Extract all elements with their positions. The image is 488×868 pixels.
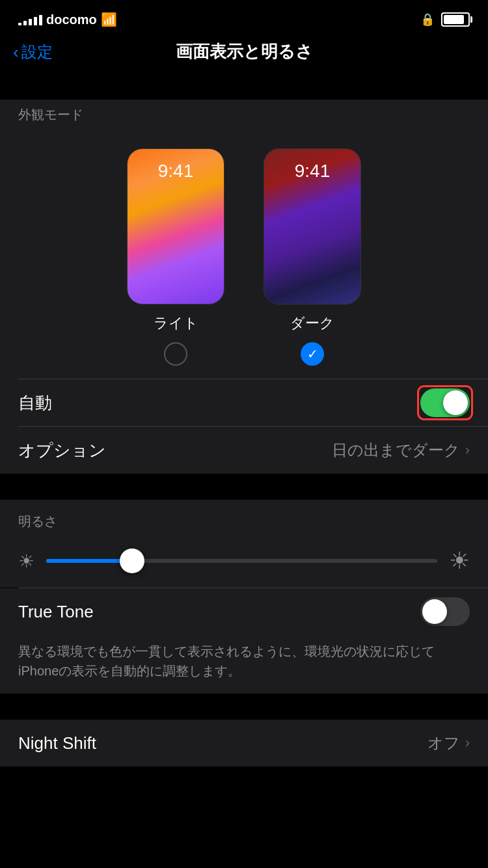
- signal-icon: [18, 14, 42, 25]
- options-chevron-icon: ›: [465, 442, 470, 459]
- back-button[interactable]: ‹ 設定: [13, 42, 53, 62]
- status-left: docomo 📶: [18, 12, 117, 27]
- appearance-section: 外観モード 9:41 ライト ✓ 9:41 ダーク ✓ 自動: [0, 100, 488, 474]
- true-tone-label: True Tone: [18, 602, 94, 622]
- brightness-min-icon: ☀: [18, 550, 34, 572]
- dark-mode-radio[interactable]: ✓: [301, 342, 324, 366]
- auto-row: 自動: [0, 379, 488, 426]
- night-shift-section: Night Shift オフ ›: [0, 720, 488, 766]
- auto-toggle-wrapper: [420, 388, 470, 417]
- true-tone-row: True Tone: [0, 588, 488, 635]
- options-value: 日の出までダーク: [332, 440, 460, 461]
- light-mode-time: 9:41: [128, 161, 224, 182]
- brightness-slider-thumb[interactable]: [120, 549, 144, 573]
- status-bar: docomo 📶 🔒: [0, 0, 488, 35]
- back-label: 設定: [21, 42, 53, 62]
- nav-bar: ‹ 設定 画面表示と明るさ: [0, 35, 488, 74]
- dark-mode-check-icon: ✓: [307, 346, 318, 362]
- page-title: 画面表示と明るさ: [176, 40, 313, 63]
- back-chevron-icon: ‹: [13, 44, 19, 61]
- night-shift-value-wrapper: オフ ›: [427, 733, 470, 753]
- brightness-label: 明るさ: [18, 513, 470, 541]
- options-row[interactable]: オプション 日の出までダーク ›: [0, 427, 488, 474]
- light-mode-radio[interactable]: ✓: [164, 342, 187, 366]
- dark-mode-time: 9:41: [264, 161, 360, 182]
- brightness-section: 明るさ ☀ ☀: [0, 500, 488, 588]
- auto-toggle-knob: [443, 390, 468, 415]
- dark-mode-option[interactable]: 9:41 ダーク ✓: [264, 148, 361, 366]
- lock-icon: 🔒: [420, 12, 435, 27]
- true-tone-toggle[interactable]: [420, 597, 470, 626]
- section-gap-nightshift: [0, 694, 488, 720]
- dark-mode-preview: 9:41: [264, 148, 361, 305]
- true-tone-section: True Tone 異なる環境でも色が一貫して表示されるように、環境光の状況に応…: [0, 588, 488, 694]
- auto-label: 自動: [18, 392, 52, 414]
- status-right: 🔒: [420, 12, 470, 27]
- dark-mode-label: ダーク: [290, 314, 334, 333]
- light-mode-label: ライト: [154, 314, 198, 333]
- brightness-max-icon: ☀: [449, 547, 470, 575]
- night-shift-row[interactable]: Night Shift オフ ›: [0, 720, 488, 766]
- night-shift-label: Night Shift: [18, 733, 96, 753]
- battery-indicator: [441, 12, 470, 27]
- night-shift-value: オフ: [427, 733, 460, 753]
- brightness-slider-row: ☀ ☀: [18, 541, 470, 588]
- appearance-section-label: 外観モード: [0, 100, 488, 129]
- light-mode-preview: 9:41: [127, 148, 224, 305]
- true-tone-description: 異なる環境でも色が一貫して表示されるように、環境光の状況に応じてiPhoneの表…: [0, 635, 488, 694]
- section-gap-top: [0, 74, 488, 100]
- auto-toggle[interactable]: [420, 388, 470, 417]
- brightness-slider-track[interactable]: [46, 559, 437, 563]
- appearance-options-row: 9:41 ライト ✓ 9:41 ダーク ✓: [0, 129, 488, 379]
- night-shift-chevron-icon: ›: [465, 735, 470, 752]
- options-label: オプション: [18, 439, 106, 462]
- wifi-icon: 📶: [101, 12, 117, 27]
- true-tone-toggle-knob: [422, 599, 447, 624]
- section-gap-brightness: [0, 474, 488, 500]
- carrier-name: docomo: [46, 12, 97, 27]
- light-mode-option[interactable]: 9:41 ライト ✓: [127, 148, 224, 366]
- options-value-wrapper: 日の出までダーク ›: [332, 440, 470, 461]
